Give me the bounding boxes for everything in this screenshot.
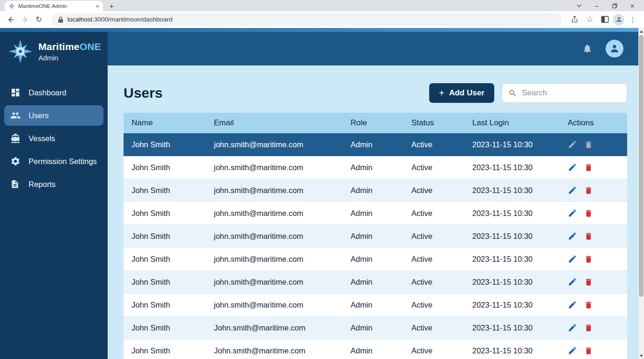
edit-pencil-icon[interactable]	[568, 300, 577, 309]
users-icon	[10, 110, 21, 121]
cell-last-login: 2023-11-15 10:30	[464, 301, 560, 309]
edit-pencil-icon[interactable]	[568, 208, 577, 218]
person-icon	[609, 43, 620, 54]
table-row[interactable]: John Smith john.smith@maritime.com Admin…	[124, 156, 627, 179]
delete-trash-icon[interactable]	[584, 346, 593, 355]
cell-name: John Smith	[124, 209, 206, 218]
cell-name: John Smith	[124, 232, 206, 241]
cell-status: Active	[403, 323, 464, 332]
url-bar[interactable]: localhost:3000/maritimson/dashboard	[51, 13, 562, 26]
edit-pencil-icon[interactable]	[568, 186, 577, 195]
edit-pencil-icon[interactable]	[568, 277, 577, 287]
cell-email: John.smith@maritime.com	[206, 346, 343, 355]
column-header-role: Role	[343, 118, 403, 128]
url-host: localhost	[67, 16, 92, 23]
delete-trash-icon[interactable]	[584, 140, 593, 149]
tab-close-icon[interactable]: ×	[95, 3, 99, 9]
url-path: :3000/maritimson/dashboard	[92, 16, 172, 23]
browser-tab[interactable]: MaritimeONE Admin ×	[5, 1, 103, 11]
sidebar-item-users[interactable]: Users	[4, 105, 103, 126]
edit-pencil-icon[interactable]	[568, 231, 577, 241]
cell-last-login: 2023-11-15 10:30	[464, 140, 560, 149]
cell-email: john.smith@maritime.com	[206, 163, 343, 172]
edit-pencil-icon[interactable]	[568, 140, 577, 149]
edit-pencil-icon[interactable]	[568, 323, 577, 332]
delete-trash-icon[interactable]	[584, 163, 593, 172]
cell-name: John Smith	[124, 323, 206, 332]
minimize-button[interactable]: –	[588, 0, 606, 11]
sidebar: MaritimeONE Admin Dashboard Users	[0, 32, 108, 359]
add-user-label: Add User	[449, 88, 484, 98]
forward-icon[interactable]	[19, 14, 31, 26]
brand-primary: Maritime	[38, 41, 80, 52]
browser-profile-avatar[interactable]	[613, 14, 624, 25]
app-page: MaritimeONE Admin Dashboard Users	[0, 28, 644, 359]
delete-trash-icon[interactable]	[584, 301, 593, 309]
delete-trash-icon[interactable]	[584, 323, 593, 332]
cell-status: Active	[403, 255, 464, 264]
close-window-button[interactable]: ×	[623, 0, 641, 11]
user-avatar[interactable]	[606, 40, 623, 57]
search-input[interactable]	[522, 88, 621, 98]
side-panel-icon[interactable]	[598, 13, 611, 26]
notifications-bell-icon[interactable]	[582, 43, 593, 54]
edit-pencil-icon[interactable]	[568, 254, 577, 264]
edit-pencil-icon[interactable]	[568, 346, 577, 355]
bookmark-star-icon[interactable]: ☆	[583, 13, 596, 26]
browser-menu-icon[interactable]: ⋮	[626, 13, 639, 26]
users-table: Name Email Role Status Last Login Action…	[124, 113, 627, 359]
table-row[interactable]: John Smith john.smith@maritime.com Admin…	[124, 133, 627, 156]
main-area: Users + Add User Name	[108, 32, 644, 359]
cell-role: Admin	[343, 301, 403, 309]
sidebar-item-dashboard[interactable]: Dashboard	[4, 82, 103, 103]
cell-last-login: 2023-11-15 10:30	[464, 323, 560, 332]
sidebar-item-reports[interactable]: Reports	[4, 174, 103, 194]
page-scrollbar[interactable]	[638, 28, 644, 359]
scrollbar-thumb[interactable]	[639, 35, 644, 297]
table-body: John Smith john.smith@maritime.com Admin…	[124, 133, 627, 359]
delete-trash-icon[interactable]	[584, 232, 593, 241]
page-title: Users	[124, 85, 162, 101]
table-row[interactable]: John Smith john.smith@maritime.com Admin…	[124, 271, 627, 294]
delete-trash-icon[interactable]	[584, 209, 593, 218]
cell-actions	[560, 300, 627, 309]
edit-pencil-icon[interactable]	[568, 163, 577, 172]
scrollbar-down-arrow[interactable]	[638, 352, 644, 359]
cell-name: John Smith	[124, 163, 206, 172]
delete-trash-icon[interactable]	[584, 255, 593, 264]
table-row[interactable]: John Smith John.smith@maritime.com Admin…	[124, 316, 627, 339]
table-row[interactable]: John Smith john.smith@maritime.com Admin…	[124, 225, 627, 248]
table-row[interactable]: John Smith john.smith@maritime.com Admin…	[124, 248, 627, 271]
back-icon[interactable]	[5, 14, 17, 26]
restore-button[interactable]	[606, 0, 623, 11]
column-header-status: Status	[403, 118, 464, 128]
column-header-last-login: Last Login	[464, 118, 560, 128]
cell-email: john.smith@maritime.com	[206, 301, 343, 309]
cell-role: Admin	[343, 140, 403, 149]
tab-search-chevron-icon[interactable]	[570, 0, 588, 11]
delete-trash-icon[interactable]	[584, 186, 593, 195]
table-row[interactable]: John Smith john.smith@maritime.com Admin…	[124, 294, 627, 316]
cell-status: Active	[403, 186, 464, 195]
add-user-button[interactable]: + Add User	[429, 83, 494, 103]
sidebar-nav: Dashboard Users Vessels	[0, 82, 108, 197]
cell-name: John Smith	[124, 186, 206, 195]
cell-last-login: 2023-11-15 10:30	[464, 278, 560, 287]
sidebar-item-permission-settings[interactable]: Permission Settings	[4, 151, 103, 172]
report-document-icon	[10, 179, 21, 189]
cell-email: john.smith@maritime.com	[206, 278, 343, 287]
cell-actions	[560, 323, 627, 332]
dashboard-icon	[10, 87, 21, 98]
reload-icon[interactable]: ↻	[33, 14, 45, 26]
scrollbar-up-arrow[interactable]	[638, 28, 644, 35]
delete-trash-icon[interactable]	[584, 278, 593, 287]
cell-name: John Smith	[124, 140, 206, 149]
share-icon[interactable]	[568, 13, 581, 26]
table-row[interactable]: John Smith John.smith@maritime.com Admin…	[124, 339, 627, 359]
new-tab-button[interactable]: +	[110, 2, 114, 10]
table-row[interactable]: John Smith john.smith@maritime.com Admin…	[124, 202, 627, 225]
table-row[interactable]: John Smith john.smith@maritime.com Admin…	[124, 179, 627, 202]
search-box[interactable]	[502, 83, 627, 103]
sidebar-item-vessels[interactable]: Vessels	[4, 128, 103, 149]
tab-title: MaritimeONE Admin	[18, 3, 92, 9]
